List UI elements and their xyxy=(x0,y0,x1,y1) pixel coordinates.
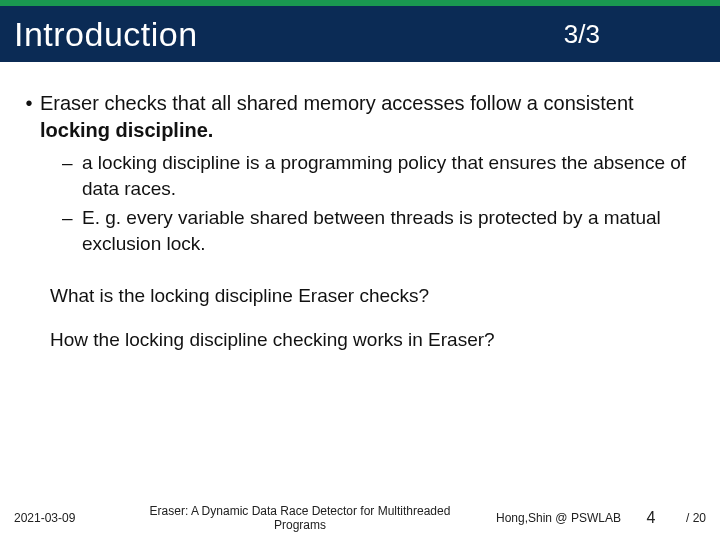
slide-footer: 2021-03-09 Eraser: A Dynamic Data Race D… xyxy=(0,496,720,540)
footer-title: Eraser: A Dynamic Data Race Detector for… xyxy=(104,504,496,533)
question-text: What is the locking discipline Eraser ch… xyxy=(50,285,702,307)
footer-title-line1: Eraser: A Dynamic Data Race Detector for… xyxy=(150,504,451,518)
bullet-dot-icon: • xyxy=(18,90,40,144)
sub-bullet-item: – E. g. every variable shared between th… xyxy=(62,205,702,256)
dash-icon: – xyxy=(62,205,82,256)
question-text: How the locking discipline checking work… xyxy=(50,329,702,351)
bullet-text-bold: locking discipline. xyxy=(40,119,213,141)
sub-bullet-text: a locking discipline is a programming po… xyxy=(82,150,702,201)
bullet-item: • Eraser checks that all shared memory a… xyxy=(18,90,702,144)
slide-body: • Eraser checks that all shared memory a… xyxy=(0,62,720,351)
questions-block: What is the locking discipline Eraser ch… xyxy=(50,285,702,351)
footer-page-number: 4 xyxy=(636,509,666,527)
footer-date: 2021-03-09 xyxy=(14,511,104,525)
slide: Introduction 3/3 • Eraser checks that al… xyxy=(0,0,720,540)
slide-title: Introduction xyxy=(0,15,198,54)
footer-author: Hong,Shin @ PSWLAB xyxy=(496,511,636,525)
section-pager: 3/3 xyxy=(564,19,600,50)
sub-bullet-text: E. g. every variable shared between thre… xyxy=(82,205,702,256)
dash-icon: – xyxy=(62,150,82,201)
sub-bullet-list: – a locking discipline is a programming … xyxy=(62,150,702,257)
footer-title-line2: Programs xyxy=(274,518,326,532)
bullet-text: Eraser checks that all shared memory acc… xyxy=(40,90,702,144)
footer-page-total: / 20 xyxy=(666,511,706,525)
sub-bullet-item: – a locking discipline is a programming … xyxy=(62,150,702,201)
bullet-text-plain: Eraser checks that all shared memory acc… xyxy=(40,92,634,114)
title-bar: Introduction 3/3 xyxy=(0,6,720,62)
